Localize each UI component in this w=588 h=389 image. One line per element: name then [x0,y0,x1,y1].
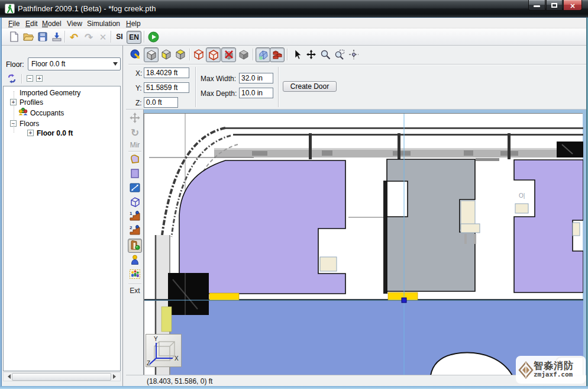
wireframe-cube-icon [193,49,204,60]
maximize-button[interactable] [546,0,563,11]
save-button[interactable] [36,31,49,44]
desk-middle-horizontal [461,224,480,233]
tree-item-occupants[interactable]: Occupants [30,109,64,117]
view-front-button[interactable] [159,47,174,62]
reset-view-button[interactable] [128,47,143,62]
create-door-button[interactable]: Create Door [283,81,337,92]
view-3d-button[interactable] [144,47,159,62]
zoom-box-button[interactable] [332,47,347,62]
menu-edit[interactable]: Edit [23,19,40,28]
window-title: Pathfinder 2009.1 (Beta) - *fog creek.pt… [18,4,156,13]
x-coordinate-input[interactable] [144,67,189,78]
hide-geometry-button[interactable] [221,47,236,62]
move-object-tool[interactable] [128,112,142,126]
import-button[interactable] [50,31,63,44]
show-navmesh-button[interactable] [256,47,270,62]
polygon-room-icon [129,153,141,165]
menu-simulation[interactable]: Simulation [85,19,122,28]
rectangle-room-tool[interactable] [128,168,142,182]
extract-tool[interactable]: Ext [126,287,144,295]
window-border-bottom [0,386,588,389]
desk-right-notch [515,204,528,213]
scrollbar-thumb[interactable] [12,373,111,381]
door-left-room[interactable] [209,293,239,300]
add-occupant-group-tool[interactable] [128,268,142,282]
open-file-button[interactable] [22,31,35,44]
title-bar[interactable]: Pathfinder 2009.1 (Beta) - *fog creek.pt… [0,0,588,18]
tree-item-imported-geometry[interactable]: Imported Geometry [20,89,80,97]
black-obstruction[interactable] [168,273,209,315]
view-top-button[interactable] [173,47,188,62]
delete-cube-icon [224,50,234,60]
stairs-one-point-tool[interactable]: 1 [128,210,142,224]
svg-text:O|: O| [519,192,525,199]
expand-icon-floor-0[interactable]: + [27,130,34,136]
door-exit-left-wall[interactable] [161,307,172,332]
stairs-two-point-tool[interactable]: 2 [128,224,142,239]
cursor-icon [292,49,302,60]
floor-select-value: Floor 0.0 ft [31,60,65,68]
show-objects-button[interactable] [270,47,285,62]
rotate-object-tool[interactable]: ↻ [128,126,142,140]
add-occupant-tool[interactable] [128,254,142,268]
cursor-coordinates: (18.403, 51.586, 0) ft [147,377,212,385]
redo-icon: ↷ [85,31,93,43]
reset-view-icon [130,49,141,60]
redo-button[interactable]: ↷ [82,31,95,44]
move-disabled-icon [129,112,141,124]
close-icon: × [570,1,576,11]
floor-select[interactable]: Floor 0.0 ft [28,57,121,70]
expand-icon-profiles[interactable]: + [10,99,17,105]
desk-left [320,257,337,271]
x-label: X: [135,69,142,78]
en-units-button[interactable]: EN [127,31,141,44]
wireframe-button[interactable] [192,47,206,62]
watermark-title: 智淼消防 [534,361,574,371]
mirror-tool[interactable]: Mir [126,141,144,149]
select-tool-button[interactable] [290,47,305,62]
z-coordinate-input[interactable] [144,97,178,108]
thin-room-divider-tool[interactable] [128,182,142,196]
wireframe-open-button[interactable] [206,47,221,62]
center-crosshair-icon [348,49,359,60]
scroll-right-icon[interactable] [113,374,118,379]
si-units-button[interactable]: SI [113,31,126,44]
model-tree[interactable]: Imported Geometry + Profiles Occupants −… [3,86,121,371]
menu-help[interactable]: Help [124,19,143,28]
floor-label: Floor: [6,60,24,69]
max-width-label: Max Width: [201,75,236,83]
tree-item-profiles[interactable]: Profiles [20,98,43,107]
tree-item-floor-0[interactable]: Floor 0.0 ft [37,129,73,137]
import-icon [51,31,63,43]
undo-button[interactable]: ↶ [67,31,80,44]
polygon-room-tool[interactable] [128,153,142,168]
delete-button[interactable]: ✕ [96,31,109,44]
move-view-button[interactable] [304,47,319,62]
gray-cube-icon [238,49,249,60]
menu-view[interactable]: View [64,19,85,28]
extrude-box-tool[interactable] [128,196,142,210]
y-label: Y: [135,84,142,92]
watermark-site: zmjaxf.com [534,371,574,378]
occupant-group-icon [129,268,141,280]
y-coordinate-input[interactable] [144,82,189,93]
swap-view-icon[interactable] [7,73,17,84]
max-width-input[interactable] [239,73,273,83]
menu-file[interactable]: File [6,19,22,28]
tree-item-floors[interactable]: Floors [20,120,39,128]
center-view-button[interactable] [347,47,361,62]
scroll-left-icon[interactable] [5,374,11,379]
floorplan-canvas[interactable]: O| [144,113,583,375]
collapse-all-button[interactable]: − [27,75,33,82]
max-depth-input[interactable] [239,88,273,98]
door-tool[interactable] [128,239,142,253]
tree-horizontal-scrollbar[interactable] [3,372,121,381]
menu-model[interactable]: Model [40,19,64,28]
minimize-button[interactable] [528,0,545,11]
close-button[interactable]: × [563,0,582,11]
show-geometry-button[interactable] [237,47,251,62]
zoom-tool-button[interactable] [318,47,333,62]
new-file-button[interactable] [8,31,21,44]
expand-all-button[interactable]: + [36,75,43,82]
run-simulation-button[interactable] [147,31,160,44]
